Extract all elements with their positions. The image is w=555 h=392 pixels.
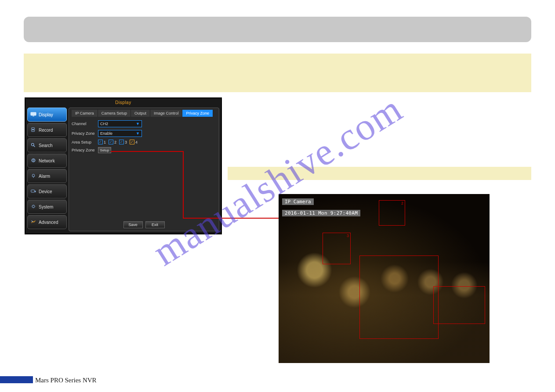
callout-line [111, 151, 183, 152]
tab-bar: IP Camera Camera Setup Output Image Cont… [72, 110, 216, 117]
highlight-bar-1 [24, 54, 531, 92]
sidebar-item-device[interactable]: Device [27, 184, 67, 198]
privacy-zone-value: Enable [100, 131, 112, 136]
advanced-icon [30, 219, 36, 225]
svg-rect-1 [33, 116, 34, 116]
area-check-3[interactable]: ✓3 [119, 140, 127, 144]
sidebar-item-system[interactable]: System [27, 200, 67, 214]
sidebar-item-display[interactable]: Display [27, 108, 67, 122]
sidebar-item-record[interactable]: Record [27, 123, 67, 137]
channel-dropdown[interactable]: CH2 ▼ [98, 120, 142, 127]
sidebar-item-label: Search [39, 143, 53, 148]
svg-rect-11 [35, 191, 36, 192]
system-icon [30, 204, 36, 209]
callout-line [183, 151, 184, 218]
privacy-zone-dropdown[interactable]: Enable ▼ [98, 130, 142, 137]
svg-rect-10 [31, 190, 35, 192]
camera-timestamp: 2016-01-11 Mon 9:27:40AM [282, 210, 360, 216]
exit-button[interactable]: Exit [145, 221, 165, 228]
nvr-main-panel: IP Camera Camera Setup Output Image Cont… [69, 108, 219, 231]
camera-overlay-label: IP Camera [282, 198, 314, 205]
dropdown-arrow-icon: ▼ [136, 122, 140, 126]
privacy-zone-rect-3[interactable]: 3 [323, 233, 351, 264]
privacy-zone-rect[interactable] [433, 286, 485, 324]
alarm-icon [30, 173, 36, 179]
sidebar-item-label: System [39, 205, 53, 209]
privacy-zone-rect[interactable] [359, 255, 439, 339]
sidebar-item-network[interactable]: Network [27, 154, 67, 168]
svg-point-9 [33, 177, 34, 178]
area-setup-label: Area Setup [72, 140, 98, 144]
footer-accent-bar [0, 376, 33, 383]
dropdown-arrow-icon: ▼ [136, 131, 140, 136]
window-title: Display [25, 98, 221, 108]
sidebar-item-advanced[interactable]: Advanced [27, 215, 67, 229]
nvr-sidebar: Display Record Search Network [27, 108, 67, 231]
tab-output[interactable]: Output [131, 110, 150, 117]
footer-product-name: Mars PRO Series NVR [35, 377, 97, 384]
tab-privacy-zone[interactable]: Privacy Zone [182, 110, 213, 117]
sidebar-item-label: Network [39, 158, 55, 163]
svg-point-12 [32, 205, 34, 208]
sidebar-item-label: Record [39, 128, 53, 133]
sidebar-item-label: Device [39, 189, 52, 194]
tab-camera-setup[interactable]: Camera Setup [98, 110, 131, 117]
sidebar-item-label: Display [39, 112, 53, 117]
tab-image-control[interactable]: Image Control [150, 110, 183, 117]
sidebar-item-alarm[interactable]: Alarm [27, 169, 67, 183]
search-icon [30, 143, 36, 148]
setup-button[interactable]: Setup [98, 147, 111, 153]
network-icon [30, 158, 36, 163]
sidebar-item-label: Advanced [39, 220, 58, 225]
privacy-zone-rect-2[interactable]: 2 [379, 200, 405, 226]
sidebar-item-label: Alarm [39, 174, 50, 179]
svg-point-4 [31, 144, 34, 146]
record-icon [30, 127, 36, 133]
monitor-icon [30, 112, 36, 117]
area-check-2[interactable]: ✓2 [109, 140, 116, 144]
channel-label: Channel [72, 122, 98, 126]
svg-rect-0 [31, 112, 36, 115]
privacy-zone-setup-label: Privacy Zone [72, 148, 98, 152]
channel-value: CH2 [100, 122, 108, 126]
header-grey-bar [24, 17, 531, 42]
privacy-zone-label: Privacy Zone [72, 131, 98, 136]
tab-ip-camera[interactable]: IP Camera [72, 110, 98, 117]
svg-line-5 [33, 145, 35, 147]
sidebar-item-search[interactable]: Search [27, 138, 67, 152]
svg-point-3 [32, 129, 34, 131]
highlight-bar-2 [228, 167, 531, 180]
area-check-4[interactable]: ✓4 [130, 140, 138, 144]
camera-preview: IP Camera 2016-01-11 Mon 9:27:40AM 2 3 [279, 194, 490, 363]
device-icon [30, 189, 36, 194]
area-check-1[interactable]: ✓1 [98, 140, 106, 144]
save-button[interactable]: Save [123, 221, 143, 228]
nvr-settings-window: Display Display Record Search [25, 97, 222, 234]
